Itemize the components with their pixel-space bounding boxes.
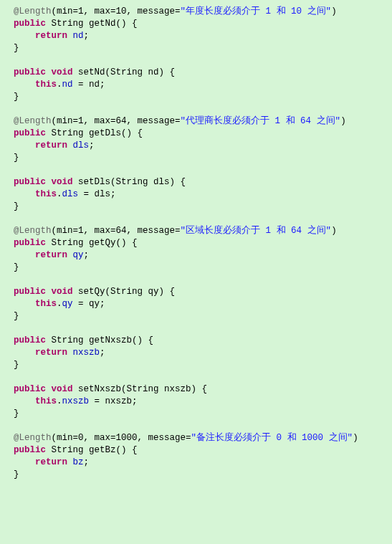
- code-block: @Length(min=1, max=10, message="年度长度必须介于…: [0, 0, 392, 487]
